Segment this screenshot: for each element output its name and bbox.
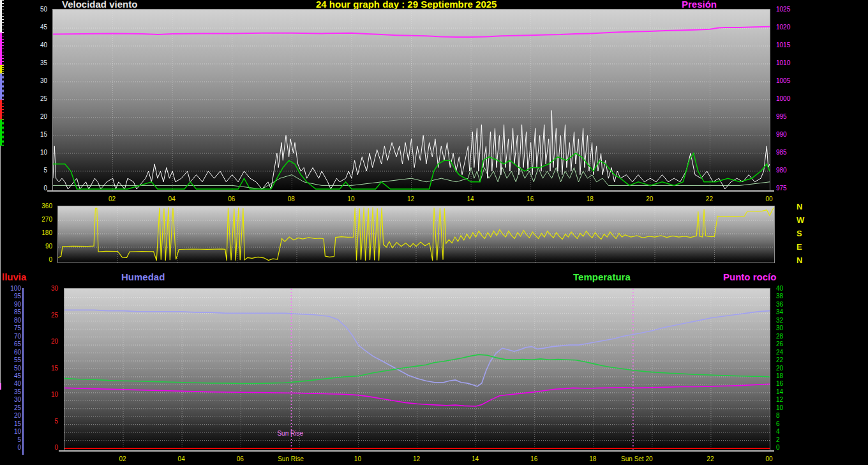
temperature-axis-label: 10 — [776, 405, 783, 411]
humidity-axis-label: 70 — [0, 333, 21, 340]
hour-label: 22 — [706, 196, 713, 202]
pressure-axis-label: 990 — [776, 132, 787, 138]
wind-speed-axis-label: 30 — [20, 78, 47, 84]
compass-e-label: E — [797, 243, 802, 251]
wind-speed-axis-label: 10 — [20, 149, 47, 156]
wind-direction-axis-label: 270 — [26, 217, 52, 223]
sun_rise-label: Sun Rise — [277, 430, 303, 437]
weather-24h-graph-screen: Velocidad viento 24 hour graph day : 29 … — [0, 0, 868, 465]
hour-label: 04 — [178, 456, 185, 462]
humidity-axis-label: 5 — [0, 437, 21, 443]
hour-label: 18 — [587, 196, 594, 202]
hour-label: 16 — [527, 196, 534, 202]
hour-label: 00 — [765, 196, 772, 202]
humidity-axis-label: 0 — [0, 445, 21, 451]
hour-label: 12 — [407, 196, 414, 202]
humidity-axis-label: 65 — [0, 341, 21, 347]
humidity-axis-line — [22, 288, 24, 455]
humidity-axis-label: 30 — [0, 397, 21, 403]
humidity-axis-label: 90 — [0, 301, 21, 308]
humidity-axis-label: 35 — [0, 389, 21, 395]
wind-speed-axis-label: 20 — [20, 114, 47, 120]
pressure-axis-label: 1005 — [776, 78, 790, 84]
pressure-axis-label: 1015 — [776, 42, 790, 49]
humidity-axis-label: 15 — [0, 421, 21, 427]
rain-axis-label: 10 — [31, 392, 58, 398]
x-axis-bar — [47, 190, 774, 192]
hour-label: 14 — [472, 456, 479, 462]
hour-label: 20 — [646, 196, 653, 202]
wind-direction-axis-label: 0 — [26, 257, 52, 263]
pressure-axis-label: 1010 — [776, 60, 790, 66]
wind-direction-axis-label: 90 — [26, 243, 52, 250]
rain-axis-label: 20 — [31, 339, 58, 345]
temperature-axis-label: 14 — [776, 389, 783, 395]
rain-series-label: lluvia — [2, 271, 26, 282]
wind-speed-axis-label: 50 — [20, 6, 47, 13]
humidity-axis-label: 20 — [0, 413, 21, 419]
wind-speed-axis-label: 25 — [20, 96, 47, 102]
wind-direction-axis-label: 360 — [26, 203, 52, 210]
hour-label: 02 — [108, 196, 116, 202]
wind-direction-chart — [57, 206, 775, 263]
temperature-axis-label: 2 — [776, 437, 780, 443]
dew-point-series-label: Punto rocío — [723, 271, 776, 282]
temperature-axis-label: 38 — [776, 293, 783, 300]
temperature-axis-label: 40 — [776, 286, 783, 292]
wind-speed-axis-label: 5 — [20, 167, 47, 174]
pressure-axis-label: 980 — [776, 167, 787, 174]
hour-label: 14 — [467, 196, 474, 202]
wind-plot — [53, 10, 770, 191]
wind-speed-pressure-chart — [52, 9, 770, 192]
humidity-axis-label: 85 — [0, 309, 21, 316]
hour-label: Sun Set 20 — [621, 456, 652, 462]
humidity-axis-label: 45 — [0, 373, 21, 379]
hour-label: Sun Rise — [278, 456, 304, 462]
rain-axis-label: 5 — [31, 418, 58, 425]
temperature-axis-label: 22 — [776, 357, 783, 363]
humidity-axis-label: 50 — [0, 365, 21, 372]
compass-w-label: W — [797, 216, 804, 224]
temperature-axis-label: 4 — [776, 429, 780, 435]
compass-n-label: N — [797, 256, 802, 264]
temperature-axis-label: 20 — [776, 365, 783, 372]
humidity-axis-label: 95 — [0, 293, 21, 300]
temperature-axis-label: 32 — [776, 317, 783, 324]
pressure-axis-label: 985 — [776, 149, 787, 156]
hour-label: 12 — [413, 456, 420, 462]
hour-label: 06 — [237, 456, 244, 462]
wind-speed-title: Velocidad viento — [62, 0, 137, 10]
temperature-axis-label: 6 — [776, 421, 780, 427]
temperature-series-label: Temperatura — [573, 271, 631, 282]
temperature-axis-label: 8 — [776, 413, 780, 419]
humidity-axis-label: 75 — [0, 325, 21, 332]
hour-label: 04 — [168, 196, 176, 202]
humidity-temperature-dewpoint-rain-chart: Sun Rise — [64, 288, 770, 451]
pressure-axis-label: 1020 — [776, 24, 790, 31]
direction-plot — [58, 206, 774, 263]
temperature-axis-label: 36 — [776, 301, 783, 308]
met-plot: Sun Rise — [64, 289, 770, 450]
humidity-axis-label: 55 — [0, 357, 21, 363]
humidity-axis-label: 10 — [0, 429, 21, 435]
wind-speed-axis-label: 35 — [20, 60, 47, 66]
humidity-series-label: Humedad — [121, 271, 165, 282]
hour-label: 16 — [530, 456, 537, 462]
wind-speed-axis-label: 0 — [20, 185, 47, 192]
temperature-axis-label: 16 — [776, 381, 783, 387]
compass-s-label: S — [797, 229, 802, 238]
pressure-axis-label: 995 — [776, 114, 787, 120]
hour-label: 22 — [707, 456, 714, 462]
pressure-axis-label: 975 — [776, 185, 787, 192]
temperature-axis-label: 0 — [776, 445, 780, 451]
temperature-axis-label: 26 — [776, 341, 783, 347]
temperature-axis-label: 24 — [776, 349, 783, 356]
humidity-axis-label: 40 — [0, 381, 21, 387]
graph-title: 24 hour graph day : 29 Septiembre 2025 — [316, 0, 497, 10]
humidity-axis-label: 60 — [0, 349, 21, 356]
rain-axis-label: 30 — [31, 286, 58, 292]
wind-direction-axis-label: 180 — [26, 230, 52, 236]
hour-label: 08 — [288, 196, 295, 202]
temperature-axis-label: 30 — [776, 325, 783, 332]
hour-label: 18 — [589, 456, 596, 462]
